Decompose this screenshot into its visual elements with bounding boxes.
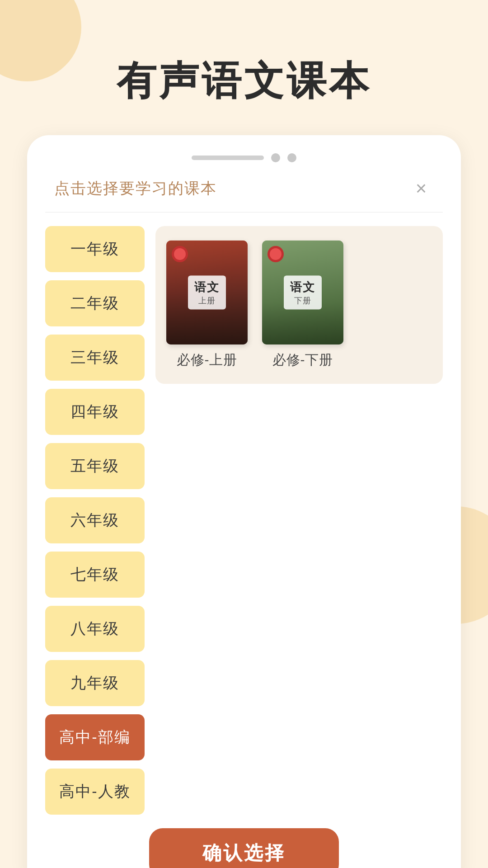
books-grid: 语文上册必修-上册语文下册必修-下册 (166, 241, 432, 369)
grade-item-grade-6[interactable]: 六年级 (45, 497, 145, 543)
book-badge-book-xiace (267, 246, 284, 262)
confirm-button[interactable]: 确认选择 (149, 828, 339, 868)
grade-item-grade-9[interactable]: 九年级 (45, 660, 145, 706)
book-label-tag-book-xiace: 语文下册 (284, 276, 322, 310)
page-title: 有声语文课本 (0, 0, 488, 135)
grade-item-grade-5[interactable]: 五年级 (45, 443, 145, 489)
grade-list: 一年级二年级三年级四年级五年级六年级七年级八年级九年级高中-部编高中-人教 (45, 226, 145, 815)
close-button[interactable]: × (408, 176, 434, 201)
book-badge-book-shangce (172, 246, 188, 262)
drag-indicator-row (45, 153, 443, 162)
drag-dot-2 (287, 153, 296, 162)
modal-header: 点击选择要学习的课本 × (45, 176, 443, 212)
books-panel: 语文上册必修-上册语文下册必修-下册 (155, 226, 443, 384)
drag-bar (192, 156, 264, 160)
modal-card: 点击选择要学习的课本 × 一年级二年级三年级四年级五年级六年级七年级八年级九年级… (27, 135, 461, 868)
book-chinese-label-book-shangce: 语文 (194, 279, 220, 295)
book-volume-label-book-xiace: 下册 (294, 295, 311, 306)
grade-item-grade-8[interactable]: 八年级 (45, 606, 145, 652)
confirm-button-wrapper: 确认选择 (45, 828, 443, 868)
book-cover-book-shangce: 语文上册 (166, 241, 248, 344)
content-area: 一年级二年级三年级四年级五年级六年级七年级八年级九年级高中-部编高中-人教 语文… (45, 226, 443, 815)
book-volume-label-book-shangce: 上册 (198, 295, 216, 306)
book-chinese-label-book-xiace: 语文 (290, 279, 315, 295)
book-title-book-shangce: 必修-上册 (177, 351, 238, 369)
drag-dot-1 (271, 153, 280, 162)
grade-item-grade-high-1[interactable]: 高中-部编 (45, 714, 145, 760)
grade-item-grade-1[interactable]: 一年级 (45, 226, 145, 272)
grade-item-grade-7[interactable]: 七年级 (45, 552, 145, 598)
book-cover-book-xiace: 语文下册 (262, 241, 343, 344)
book-label-tag-book-shangce: 语文上册 (188, 276, 226, 310)
grade-item-grade-3[interactable]: 三年级 (45, 335, 145, 381)
modal-subtitle: 点击选择要学习的课本 (54, 178, 217, 199)
grade-item-grade-2[interactable]: 二年级 (45, 280, 145, 326)
book-item-book-xiace[interactable]: 语文下册必修-下册 (262, 241, 343, 369)
grade-item-grade-high-2[interactable]: 高中-人教 (45, 769, 145, 815)
book-item-book-shangce[interactable]: 语文上册必修-上册 (166, 241, 248, 369)
grade-item-grade-4[interactable]: 四年级 (45, 389, 145, 435)
book-title-book-xiace: 必修-下册 (272, 351, 333, 369)
